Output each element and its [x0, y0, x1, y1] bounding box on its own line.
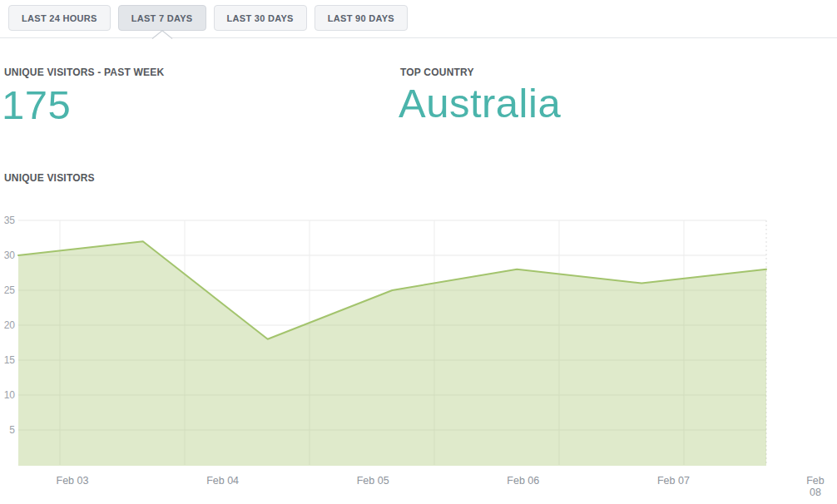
y-axis-tick: 25	[4, 284, 16, 296]
tabs-divider	[0, 37, 837, 38]
x-axis-tick: Feb 05	[357, 475, 389, 487]
tab-last-24-hours[interactable]: LAST 24 HOURS	[8, 5, 111, 31]
tab-last-90-days[interactable]: LAST 90 DAYS	[314, 5, 408, 31]
y-axis-tick: 15	[4, 354, 16, 366]
x-axis-tick: Feb08	[806, 475, 825, 498]
unique-visitors-week-value: 175	[2, 82, 71, 128]
x-axis-tick: Feb 03	[57, 475, 89, 487]
tab-label: LAST 24 HOURS	[22, 13, 97, 23]
y-axis-tick: 30	[4, 250, 16, 261]
top-country-label: TOP COUNTRY	[400, 67, 474, 78]
unique-visitors-week-label: UNIQUE VISITORS - PAST WEEK	[4, 67, 164, 78]
tab-last-30-days[interactable]: LAST 30 DAYS	[214, 5, 307, 31]
tab-last-7-days[interactable]: LAST 7 DAYS	[118, 5, 206, 31]
area-fill	[18, 241, 766, 466]
x-axis-tick: Feb 07	[657, 475, 690, 487]
tab-label: LAST 90 DAYS	[328, 13, 394, 23]
x-axis-tick: Feb 04	[206, 475, 239, 487]
x-axis-tick: Feb 06	[507, 475, 539, 487]
y-axis-tick: 20	[4, 319, 16, 331]
y-axis-tick: 35	[4, 215, 16, 226]
y-axis-tick: 5	[9, 424, 15, 436]
unique-visitors-chart-title: UNIQUE VISITORS	[4, 172, 95, 184]
time-range-tabs: LAST 24 HOURS LAST 7 DAYS LAST 30 DAYS L…	[8, 5, 408, 31]
tab-label: LAST 7 DAYS	[131, 13, 193, 23]
top-country-value: Australia	[399, 80, 561, 126]
chart-svg: 5101520253035Feb 03Feb 04Feb 05Feb 06Feb…	[0, 212, 837, 499]
analytics-dashboard: LAST 24 HOURS LAST 7 DAYS LAST 30 DAYS L…	[0, 0, 837, 504]
y-axis-tick: 10	[4, 389, 16, 401]
unique-visitors-area-chart: 5101520253035Feb 03Feb 04Feb 05Feb 06Feb…	[0, 212, 837, 499]
tab-label: LAST 30 DAYS	[227, 13, 294, 23]
